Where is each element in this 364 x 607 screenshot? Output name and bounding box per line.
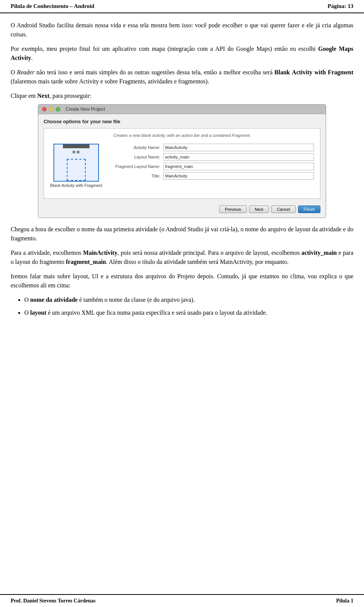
- page-footer: Prof. Daniel Stevens Torres Cárdenas Píl…: [0, 594, 364, 607]
- form-label-2: Fragment Layout Name:: [108, 164, 163, 169]
- template-label: Blank Activity with Fragment: [50, 183, 102, 188]
- para3-bold2: Activity: [292, 69, 312, 75]
- para5-after: , pois será nossa atividade principal. P…: [118, 249, 301, 256]
- titlebar-maximize-btn: [56, 107, 60, 111]
- li2-prefix: O: [24, 309, 30, 316]
- list-item-1: O nome da atividade é também o nome da c…: [24, 295, 353, 304]
- form-label-1: Layout Name:: [108, 155, 163, 159]
- page-content: O Android Studio facilita demais nossa v…: [0, 13, 364, 594]
- para3-bold4: Fragment: [328, 69, 353, 75]
- form-input-2[interactable]: [163, 163, 314, 170]
- dialog-body: Choose options for your new file Creates…: [38, 114, 326, 218]
- para3-mid: não terá isso e será mais simples do as …: [35, 69, 275, 75]
- page-wrapper: Pílula de Conhecimento – Android Página:…: [0, 0, 364, 607]
- template-dots: [72, 151, 80, 154]
- form-label-0: Activity Name:: [108, 145, 163, 150]
- form-row-2: Fragment Layout Name:: [108, 163, 314, 170]
- form-fields: Activity Name:Layout Name:Fragment Layou…: [108, 144, 314, 188]
- dot-2: [77, 151, 80, 154]
- li2-bold: layout: [30, 309, 47, 316]
- para6-text: Iremos falar mais sobre layout, UI e a e…: [11, 273, 353, 289]
- list-item-2: O layout é um arquivo XML que fica numa …: [24, 308, 353, 317]
- footer-left: Prof. Daniel Stevens Torres Cárdenas: [11, 598, 96, 604]
- clique-line: Clique em Next, para prosseguir:: [11, 91, 353, 100]
- paragraph-1: O Android Studio facilita demais nossa v…: [11, 21, 353, 39]
- form-row-3: Title:: [108, 172, 314, 180]
- clique-bold: Next: [37, 93, 49, 99]
- dialog-desc: Creates a new blank activity, with an ac…: [50, 133, 314, 138]
- li1-after: é também o nome da classe (e do arquivo …: [78, 296, 195, 303]
- template-preview: Blank Activity with Fragment Activity Na…: [50, 144, 314, 188]
- paragraph-5: Para a atividade, escolhemos MainActivit…: [11, 248, 353, 267]
- dialog-inner: Creates a new blank activity, with an ac…: [44, 128, 320, 199]
- form-row-0: Activity Name:: [108, 144, 314, 151]
- dialog-screenshot: Create New Project Choose options for yo…: [38, 104, 326, 218]
- dialog-buttons[interactable]: PreviousNextCancelFinish: [44, 202, 320, 213]
- bullet-list: O nome da atividade é também o nome da c…: [24, 295, 353, 317]
- dialog-btn-previous[interactable]: Previous: [219, 205, 247, 213]
- footer-right: Pílula 1: [336, 598, 353, 604]
- titlebar-label: Create New Project: [66, 107, 105, 112]
- dialog-btn-next[interactable]: Next: [249, 205, 269, 213]
- paragraph-6: Iremos falar mais sobre layout, UI e a e…: [11, 272, 353, 290]
- li1-prefix: O: [24, 296, 30, 303]
- para5-bold1: MainActivity: [83, 249, 118, 256]
- form-input-0[interactable]: [163, 144, 314, 151]
- para5-before: Para a atividade, escolhemos: [11, 249, 83, 256]
- para3-before: O: [11, 69, 17, 75]
- clique-before: Clique em: [11, 93, 37, 99]
- para2-before: Por exemplo, meu projeto final foi um ap…: [11, 45, 318, 52]
- form-input-1[interactable]: [163, 153, 314, 161]
- form-label-3: Title:: [108, 174, 163, 178]
- li2-after: é um arquivo XML que fica numa pasta esp…: [46, 309, 267, 316]
- template-bar: [63, 144, 89, 148]
- paragraph-2: Por exemplo, meu projeto final foi um ap…: [11, 44, 353, 63]
- dialog-titlebar: Create New Project: [38, 105, 326, 114]
- para4-text: Chegou a hora de escolher o nome da sua …: [11, 226, 353, 242]
- para2-after: .: [31, 55, 33, 61]
- dialog-btn-cancel[interactable]: Cancel: [271, 205, 295, 213]
- dialog-btn-finish[interactable]: Finish: [298, 205, 320, 213]
- para3-bold1: Blank: [275, 69, 290, 75]
- para5-after2: . Além disso o título da atividade també…: [106, 259, 289, 265]
- header-right: Página: 13: [328, 3, 353, 9]
- titlebar-close-btn: [42, 107, 47, 111]
- clique-after: , para prosseguir:: [49, 93, 91, 99]
- dialog-header: Choose options for your new file: [44, 119, 320, 124]
- dot-1: [72, 151, 75, 154]
- template-icon: [53, 144, 99, 182]
- li1-bold: nome da atividade: [30, 296, 78, 303]
- para3-bold3: with: [314, 69, 326, 75]
- paragraph-3: O Reader não terá isso e será mais simpl…: [11, 68, 353, 86]
- para3-after: (falaremos mais tarde sobre Activity e s…: [11, 78, 209, 85]
- form-row-1: Layout Name:: [108, 153, 314, 161]
- para1-text: O Android Studio facilita demais nossa v…: [11, 22, 353, 38]
- titlebar-minimize-btn: [49, 107, 53, 111]
- template-icon-inner: [67, 159, 86, 181]
- paragraph-4: Chegou a hora de escolher o nome da sua …: [11, 225, 353, 243]
- para3-reader: Reader: [17, 69, 35, 75]
- page-header: Pílula de Conhecimento – Android Página:…: [0, 0, 364, 13]
- form-input-3[interactable]: [163, 172, 314, 180]
- para5-bold3: fragment_main: [66, 259, 106, 265]
- header-left: Pílula de Conhecimento – Android: [11, 3, 94, 9]
- para5-bold2: activity_main: [301, 249, 337, 256]
